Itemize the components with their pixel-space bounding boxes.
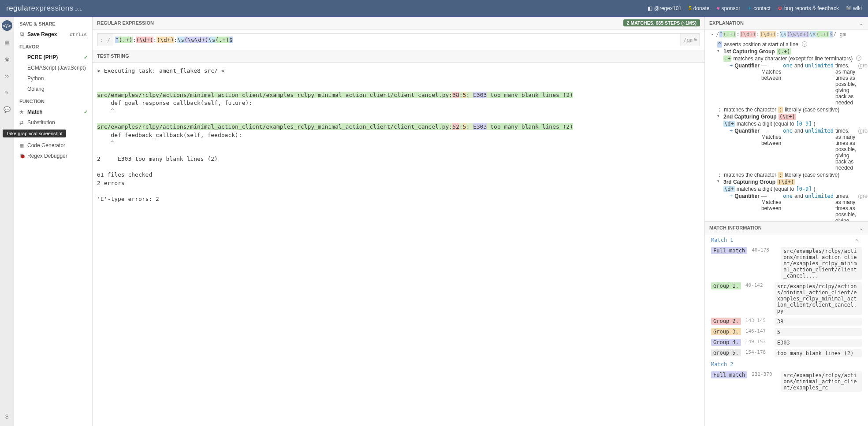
match-row: Group 3.146-1475 (705, 327, 868, 337)
sidebar-item-code-generator[interactable]: ▦Code Generator (14, 140, 92, 151)
collapse-icon[interactable]: ⌄ (859, 20, 864, 26)
donate-icon[interactable]: $ (2, 411, 12, 422)
sidebar: SAVE & SHARE🖫Save Regexctrl+sFLAVORPCRE … (14, 17, 93, 426)
explain-regex-summary: ▾ / ^(.+):(\d+):(\d+):\s(\w\d+)\s(.+)$ /… (705, 30, 868, 39)
screenshot-tooltip: Take graphical screenshot (3, 130, 66, 137)
account-icon[interactable]: ◉ (2, 54, 12, 64)
quiz-icon[interactable]: ∞ (2, 70, 12, 81)
sidebar-item-regex-debugger[interactable]: 🐞Regex Debugger (14, 151, 92, 161)
regex-token: : (133, 37, 136, 43)
match-row: Full match40-178src/examples/rclpy/actio… (705, 246, 868, 281)
regex-delim-right: / gm ⚑ (680, 33, 700, 46)
regex-token: \s (177, 37, 184, 43)
header-link-contact[interactable]: ✈ contact (747, 5, 771, 11)
test-string-area[interactable]: > Executing task: ament_flake8 src/ < sr… (93, 63, 704, 426)
section-title-save: SAVE & SHARE (14, 17, 92, 29)
regex-token: $ (229, 37, 233, 43)
header-link-wiki[interactable]: 🏛 wiki (846, 5, 862, 11)
regex-token: (\w\d+) (184, 37, 209, 43)
library-icon[interactable]: ▤ (2, 37, 12, 48)
header-link-bug-reports-feedback[interactable]: ⚙ bug reports & feedback (778, 5, 839, 11)
regex-stats-badge: 2 matches, 685 steps (~1ms) (623, 19, 700, 26)
match-row: Group 1.40-142src/examples/rclpy/actions… (705, 281, 868, 316)
match-row: Full match232-370src/examples/rclpy/acti… (705, 370, 868, 393)
regex-token: : (174, 37, 178, 43)
match-info-pane: MATCH INFORMATION⌄ Match 1⇱Full match40-… (705, 222, 868, 426)
explanation-title: EXPLANATION⌄ (705, 17, 868, 30)
regex-token: (\d+) (136, 37, 153, 43)
app-header: regularexpressions101 ◧ @regex101$ donat… (0, 0, 868, 17)
logo: regularexpressions101 (6, 4, 82, 13)
match-header: Match 1⇱ (705, 234, 868, 246)
match-info-title: MATCH INFORMATION⌄ (705, 222, 868, 234)
sidebar-item-substitution[interactable]: ⇄Substitution (14, 117, 92, 128)
regex-editor-icon[interactable]: </> (2, 20, 12, 31)
settings-icon[interactable]: ✎ (2, 87, 12, 98)
match-header: Match 2 (705, 359, 868, 370)
collapse-icon[interactable]: ⌄ (859, 225, 864, 231)
match-row: Group 4.149-153E303 (705, 337, 868, 348)
sidebar-item-save-regex[interactable]: 🖫Save Regexctrl+s (14, 29, 92, 40)
explanation-pane: EXPLANATION⌄ ▾ / ^(.+):(\d+):(\d+):\s(\w… (705, 17, 868, 222)
regex-input-bar[interactable]: : / ^(.+):(\d+):(\d+):\s(\w\d+)\s(.+)$ /… (97, 33, 700, 46)
header-link-sponsor[interactable]: ♥ sponsor (716, 5, 740, 11)
match-row: Group 5.154-178too many blank lines (2) (705, 348, 868, 359)
regex-token: ^ (115, 37, 119, 43)
header-link-donate[interactable]: $ donate (689, 5, 709, 11)
match-row: Group 2.143-14538 (705, 316, 868, 327)
header-link--regex101[interactable]: ◧ @regex101 (648, 5, 682, 11)
regex-token: (.+) (216, 37, 229, 43)
sidebar-item-golang[interactable]: Golang (14, 84, 92, 94)
chat-icon[interactable]: 💬 (2, 104, 12, 115)
regex-token: : (153, 37, 157, 43)
sidebar-item-pcre-php-[interactable]: PCRE (PHP)✓ (14, 52, 92, 63)
section-title-flavor: FLAVOR (14, 40, 92, 52)
right-pane: EXPLANATION⌄ ▾ / ^(.+):(\d+):(\d+):\s(\w… (705, 17, 868, 426)
section-title-function: FUNCTION (14, 94, 92, 107)
icon-rail: </> ▤ ◉ ∞ ✎ 💬 $ (0, 17, 14, 426)
regex-token: (\d+) (156, 37, 174, 43)
sidebar-item-python[interactable]: Python (14, 73, 92, 84)
regex-body[interactable]: ^(.+):(\d+):(\d+):\s(\w\d+)\s(.+)$ (113, 37, 680, 43)
regex-delim-left: : / (97, 33, 113, 46)
main-pane: REGULAR EXPRESSION 2 matches, 685 steps … (93, 17, 705, 426)
sidebar-item-ecmascript-javascript-[interactable]: ECMAScript (JavaScript) (14, 63, 92, 73)
regex-section-title: REGULAR EXPRESSION 2 matches, 685 steps … (93, 17, 704, 30)
header-links: ◧ @regex101$ donate♥ sponsor✈ contact⚙ b… (648, 5, 862, 11)
regex-token: \s (209, 37, 216, 43)
test-section-title: TEST STRING (93, 50, 704, 63)
export-icon[interactable]: ⇱ (855, 237, 858, 243)
regex-token: (.+) (119, 37, 132, 43)
sidebar-item-match[interactable]: ★Match✓ (14, 107, 92, 117)
